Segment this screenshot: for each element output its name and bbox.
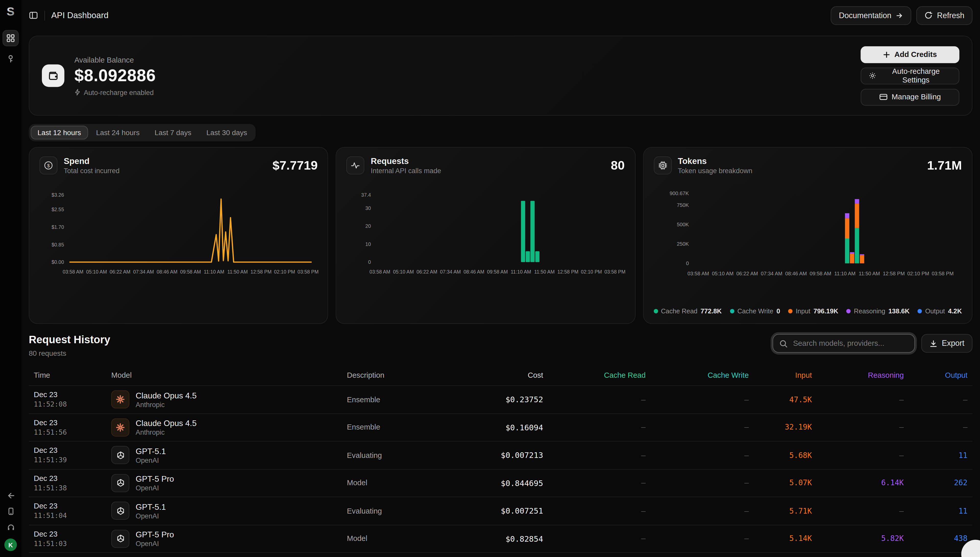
balance-amount: $8.092886 bbox=[74, 66, 156, 85]
cell-cache-read: — bbox=[543, 507, 646, 515]
table-row[interactable]: Dec 2311:51:38GPT-5 ProOpenAIModel$0.844… bbox=[29, 469, 973, 497]
cell-output: 11 bbox=[904, 507, 967, 515]
cell-cache-write: — bbox=[646, 507, 749, 515]
collapse-arrow-icon[interactable] bbox=[6, 492, 15, 500]
device-icon[interactable] bbox=[6, 507, 15, 515]
spend-chart: $0.00$0.85$1.70$2.55$3.2603:58 AM05:10 A… bbox=[39, 184, 318, 278]
svg-text:02:10 PM: 02:10 PM bbox=[907, 271, 929, 276]
auto-recharge-settings-button[interactable]: Auto-recharge Settings bbox=[861, 67, 959, 84]
sidebar-item-api-keys[interactable] bbox=[3, 51, 18, 67]
cell-time: Dec 2311:51:04 bbox=[34, 502, 111, 520]
legend-label: Input bbox=[796, 307, 810, 314]
zap-icon bbox=[74, 89, 80, 96]
legend-dot bbox=[653, 309, 658, 313]
table-row[interactable]: Dec 2311:51:04GPT-5.1OpenAIEvaluating$0.… bbox=[29, 497, 973, 525]
svg-text:07:34 AM: 07:34 AM bbox=[440, 269, 461, 275]
wallet-icon bbox=[42, 64, 64, 87]
cell-model: GPT-5 ProOpenAI bbox=[111, 530, 347, 548]
top-bar: API Dashboard Documentation bbox=[21, 0, 980, 31]
anthropic-icon bbox=[111, 419, 130, 436]
legend-value: 138.6K bbox=[888, 307, 910, 314]
svg-text:$0.00: $0.00 bbox=[52, 259, 64, 265]
svg-text:11:10 AM: 11:10 AM bbox=[204, 269, 224, 275]
svg-text:$2.55: $2.55 bbox=[52, 207, 64, 212]
table-row[interactable]: Dec 2311:51:56Claude Opus 4.5AnthropicEn… bbox=[29, 414, 973, 441]
svg-text:30: 30 bbox=[365, 205, 371, 211]
legend-label: Cache Write bbox=[737, 307, 773, 314]
table-row[interactable]: Dec 2311:51:39GPT-5.1OpenAIEvaluating$0.… bbox=[29, 441, 973, 469]
cell-model: GPT-5.1OpenAI bbox=[111, 446, 347, 464]
time-filter-last-12-hours[interactable]: Last 12 hours bbox=[31, 125, 88, 140]
cell-cache-write: — bbox=[646, 423, 749, 432]
column-header-description: Description bbox=[347, 371, 440, 379]
svg-text:12:58 PM: 12:58 PM bbox=[251, 269, 272, 275]
add-credits-button[interactable]: Add Credits bbox=[861, 46, 959, 63]
svg-text:03:58 PM: 03:58 PM bbox=[605, 269, 626, 275]
legend-item-cache-read: Cache Read772.8K bbox=[653, 307, 722, 314]
openai-icon bbox=[111, 530, 130, 548]
table-row[interactable]: Dec 2311:52:08Claude Opus 4.5AnthropicEn… bbox=[29, 386, 973, 414]
model-provider: OpenAI bbox=[136, 484, 174, 492]
panel-toggle-icon[interactable] bbox=[29, 11, 38, 20]
tokens-value: 1.71M bbox=[927, 158, 962, 173]
table-row[interactable]: Dec 2311:51:03GPT-5 ProOpenAIModel$0.828… bbox=[29, 525, 973, 553]
cell-cost: $0.007213 bbox=[441, 451, 544, 460]
cell-cache-write: — bbox=[646, 479, 749, 487]
manage-billing-button[interactable]: Manage Billing bbox=[861, 89, 959, 106]
user-avatar[interactable]: K bbox=[4, 539, 17, 551]
cell-input: 32.19K bbox=[749, 423, 812, 432]
model-provider: OpenAI bbox=[136, 540, 174, 547]
tokens-subtitle: Token usage breakdown bbox=[678, 167, 752, 174]
svg-text:12:58 PM: 12:58 PM bbox=[883, 271, 904, 276]
model-provider: OpenAI bbox=[136, 512, 166, 520]
requests-title: Requests bbox=[371, 156, 441, 166]
svg-text:03:58 PM: 03:58 PM bbox=[298, 269, 319, 275]
svg-text:03:58 PM: 03:58 PM bbox=[931, 271, 953, 276]
sidebar-rail: S bbox=[0, 0, 21, 557]
table-header-row: TimeModelDescriptionCostCache ReadCache … bbox=[29, 365, 973, 386]
table-row[interactable]: Dec 23GPT-5.1OpenAIEvaluating$0.013681——… bbox=[29, 553, 973, 557]
requests-subtitle: Internal API calls made bbox=[371, 167, 441, 174]
time-filter-last-7-days[interactable]: Last 7 days bbox=[148, 125, 198, 140]
app-logo[interactable]: S bbox=[4, 5, 18, 19]
requests-card: Requests Internal API calls made 80 0102… bbox=[336, 147, 636, 324]
auto-recharge-note: Auto-recharge enabled bbox=[74, 89, 156, 96]
cell-reasoning: 6.14K bbox=[812, 479, 904, 487]
header-divider bbox=[44, 10, 45, 20]
svg-text:06:22 AM: 06:22 AM bbox=[736, 271, 758, 276]
svg-text:09:58 AM: 09:58 AM bbox=[487, 269, 508, 275]
cell-cost: $0.007251 bbox=[441, 506, 544, 516]
plus-icon bbox=[883, 51, 890, 58]
column-header-cache-write: Cache Write bbox=[646, 371, 749, 379]
cell-input: 5.68K bbox=[749, 451, 812, 459]
model-provider: OpenAI bbox=[136, 456, 166, 464]
column-header-reasoning: Reasoning bbox=[812, 371, 904, 379]
openai-icon bbox=[111, 502, 130, 520]
time-filter-last-30-days[interactable]: Last 30 days bbox=[200, 125, 254, 140]
column-header-time: Time bbox=[34, 371, 111, 379]
cell-time: Dec 2311:52:08 bbox=[34, 391, 111, 409]
dashboard-grid-icon bbox=[6, 34, 15, 42]
legend-dot bbox=[918, 309, 922, 313]
legend-dot bbox=[846, 309, 850, 313]
sidebar-item-dashboard[interactable] bbox=[3, 30, 19, 47]
search-box[interactable] bbox=[772, 334, 915, 353]
cell-model: GPT-5.1OpenAI bbox=[111, 502, 347, 520]
spend-title: Spend bbox=[64, 156, 120, 166]
column-header-cost: Cost bbox=[441, 371, 544, 379]
refresh-button[interactable]: Refresh bbox=[917, 6, 973, 24]
legend-label: Reasoning bbox=[854, 307, 885, 314]
cell-cache-write: — bbox=[646, 451, 749, 459]
time-filter-last-24-hours[interactable]: Last 24 hours bbox=[89, 125, 146, 140]
documentation-button[interactable]: Documentation bbox=[831, 6, 911, 24]
svg-text:05:10 AM: 05:10 AM bbox=[86, 269, 107, 275]
token-legend: Cache Read772.8KCache Write0Input796.19K… bbox=[653, 307, 962, 314]
headphones-icon[interactable] bbox=[6, 523, 15, 531]
download-icon bbox=[929, 339, 937, 348]
search-input[interactable] bbox=[792, 339, 908, 349]
cpu-chip-icon bbox=[653, 156, 672, 174]
export-button[interactable]: Export bbox=[921, 334, 972, 353]
svg-text:11:50 AM: 11:50 AM bbox=[534, 269, 555, 275]
cell-input: 5.71K bbox=[749, 507, 812, 515]
cell-cache-read: — bbox=[543, 451, 646, 459]
